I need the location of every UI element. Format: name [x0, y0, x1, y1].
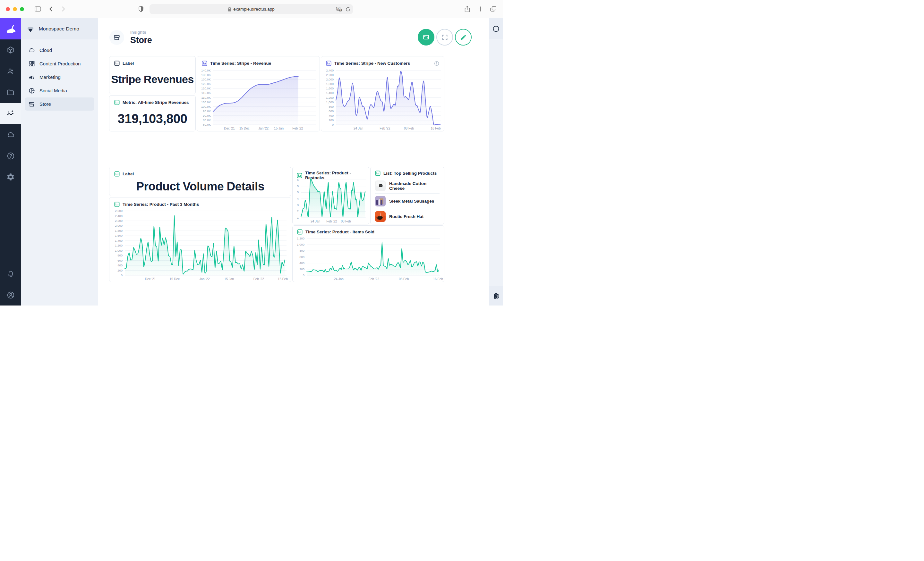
storefront-icon [28, 101, 35, 108]
svg-text:Feb '22: Feb '22 [369, 277, 379, 281]
forward-button[interactable] [62, 6, 66, 12]
present-button[interactable] [418, 29, 434, 45]
sidebar-item-social-media[interactable]: Social Media [25, 84, 94, 97]
module-settings-icon[interactable] [0, 166, 21, 187]
megaphone-icon [28, 74, 35, 81]
module-content-icon[interactable] [0, 39, 21, 61]
traffic-lights [6, 7, 24, 11]
panel-chart-icon [326, 61, 332, 66]
module-insights-icon[interactable] [0, 103, 21, 124]
page: example.directus.app A文 [0, 0, 503, 305]
edit-button[interactable] [455, 29, 472, 45]
svg-text:Feb '22: Feb '22 [380, 127, 390, 130]
svg-text:1,800: 1,800 [326, 82, 334, 85]
module-cloud-icon[interactable] [0, 124, 21, 145]
svg-text:80.0K: 80.0K [203, 123, 211, 126]
sidebar-item-store[interactable]: Store [25, 97, 94, 111]
translate-icon[interactable]: A文 [336, 7, 342, 12]
svg-text:85.0K: 85.0K [203, 118, 211, 122]
activity-tab[interactable] [489, 286, 503, 305]
activity-clipboard-icon [492, 292, 500, 300]
svg-text:1,600: 1,600 [115, 234, 123, 237]
svg-text:1,800: 1,800 [115, 229, 123, 232]
panel-top-selling-products: List: Top Selling Products Handmade Cott… [370, 167, 444, 224]
project-signal-icon [26, 25, 34, 33]
svg-text:15 Dec: 15 Dec [239, 127, 250, 130]
sidebar-toggle-icon[interactable] [34, 6, 41, 12]
sidebar-item-content-production[interactable]: Content Production [25, 57, 94, 70]
browser-chrome: example.directus.app A文 [0, 0, 503, 18]
sidebar-info-tab[interactable] [489, 18, 503, 39]
panel-product-restocks: Time Series: Product - Restocks 65543212… [292, 167, 369, 224]
svg-text:1,200: 1,200 [326, 96, 334, 99]
product-past-3-months-chart[interactable]: 2,6002,4002,2002,0001,8001,6001,4001,200… [110, 208, 291, 282]
module-help-icon[interactable] [0, 145, 21, 166]
product-name: Rustic Fresh Hat [389, 214, 423, 219]
list-item[interactable]: Handmade Cotton Cheese [375, 178, 440, 193]
project-header[interactable]: Monospace Demo [21, 18, 98, 39]
tab-overview-icon[interactable] [490, 6, 496, 12]
svg-text:400: 400 [299, 261, 304, 265]
svg-text:120.0K: 120.0K [201, 87, 211, 90]
panel-title: Time Series: Stripe - Revenue [210, 61, 271, 66]
svg-text:2,000: 2,000 [115, 224, 123, 227]
module-files-icon[interactable] [0, 82, 21, 103]
list-item[interactable]: Rustic Fresh Hat [375, 209, 440, 224]
user-avatar-icon[interactable] [0, 287, 21, 305]
svg-text:95.0K: 95.0K [203, 109, 211, 113]
svg-text:800: 800 [117, 254, 123, 257]
svg-text:1: 1 [297, 216, 299, 219]
svg-text:2,400: 2,400 [326, 69, 334, 72]
svg-text:Dec '21: Dec '21 [224, 127, 235, 130]
lock-icon [228, 7, 231, 12]
reload-icon[interactable] [345, 7, 350, 12]
list-item[interactable]: Tasty Plastic Shirt [375, 224, 440, 224]
svg-text:600: 600 [117, 259, 123, 262]
close-window-button[interactable] [6, 7, 10, 11]
stripe-new-customers-chart[interactable]: 2,4002,2002,0001,8001,6001,4001,2001,000… [321, 67, 444, 131]
svg-text:24 Jan: 24 Jan [334, 277, 344, 281]
sidebar-item-marketing[interactable]: Marketing [25, 70, 94, 84]
panel-title: Time Series: Stripe - New Customers [334, 61, 410, 66]
panel-title: Label [123, 172, 134, 176]
svg-text:24 Jan: 24 Jan [354, 127, 363, 130]
shield-icon[interactable] [139, 6, 143, 12]
svg-text:90.0K: 90.0K [203, 114, 211, 117]
panel-chart-icon [375, 171, 381, 176]
share-icon[interactable] [465, 6, 470, 12]
address-bar[interactable]: example.directus.app A文 [150, 4, 353, 14]
svg-text:0: 0 [303, 274, 304, 277]
svg-text:Jan '22: Jan '22 [258, 127, 268, 130]
notifications-bell-icon[interactable] [0, 265, 21, 283]
product-items-sold-chart[interactable]: 1,2001,000800600400200024 JanFeb '2208 F… [292, 235, 444, 282]
svg-text:2: 2 [297, 209, 299, 213]
sidebar-item-cloud[interactable]: Cloud [25, 43, 94, 57]
fullscreen-button[interactable] [436, 29, 453, 45]
stripe-revenue-chart[interactable]: 140.0K135.0K130.0K125.0K120.0K115.0K110.… [197, 67, 320, 131]
module-users-icon[interactable] [0, 61, 21, 82]
nav-sidebar: Monospace Demo Cloud Content Production [21, 18, 98, 305]
panel-metric-stripe: Metric: All-time Stripe Revenues 319,103… [109, 95, 196, 132]
panel-title: Label [123, 61, 134, 66]
back-button[interactable] [49, 6, 52, 12]
directus-logo[interactable] [0, 18, 21, 39]
svg-text:200: 200 [328, 118, 334, 122]
svg-text:125.0K: 125.0K [201, 82, 211, 85]
breadcrumb[interactable]: Insights [130, 30, 152, 34]
sidebar-item-label: Cloud [39, 48, 52, 53]
nav-list: Cloud Content Production Marketing [21, 39, 98, 115]
main-content: Insights Store [98, 18, 489, 305]
minimize-window-button[interactable] [13, 7, 17, 11]
info-icon[interactable] [434, 61, 439, 66]
svg-text:16 Feb: 16 Feb [433, 277, 443, 281]
new-tab-icon[interactable] [478, 6, 483, 12]
product-restocks-chart[interactable]: 655432124 JanFeb '2208 Feb [292, 177, 369, 224]
svg-text:1,400: 1,400 [326, 91, 334, 94]
svg-text:08 Feb: 08 Feb [399, 277, 409, 281]
zoom-window-button[interactable] [20, 7, 24, 11]
label-text: Product Volume Details [110, 180, 291, 193]
label-text: Stripe Revenues [110, 73, 195, 85]
svg-text:200: 200 [299, 267, 304, 271]
svg-text:5: 5 [297, 184, 299, 188]
list-item[interactable]: Sleek Metal Sausages [375, 193, 440, 209]
